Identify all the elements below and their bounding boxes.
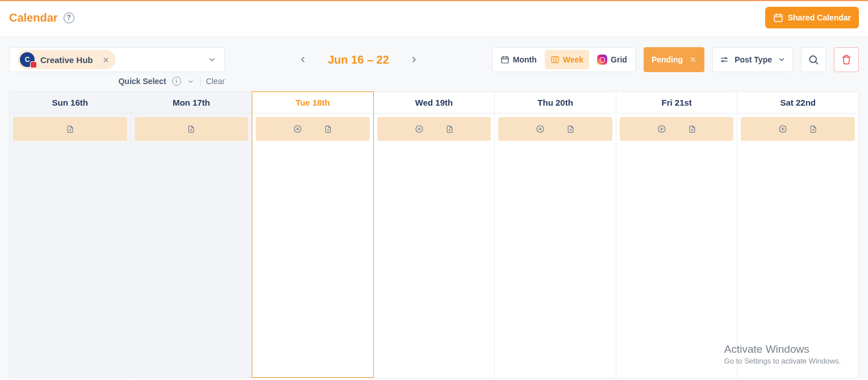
trash-button[interactable] [834,47,859,72]
page-title: Calendar [9,11,58,24]
day-body[interactable] [131,141,252,378]
view-grid-button[interactable]: Grid [591,50,633,69]
week-grid: Sun 16thMon 17thTue 18thWed 19thThu 20th… [9,91,859,378]
search-icon [808,54,819,65]
day-column: Fri 21st [616,92,738,378]
page-header: Calendar ? Shared Calendar [0,1,868,37]
view-grid-label: Grid [611,55,627,64]
calendar-share-icon [773,12,783,23]
toolbar: C Creative Hub Jun 16 – 22 [9,47,859,72]
day-header: Sat 22nd [737,92,858,114]
svg-point-4 [722,60,724,62]
sliders-icon [720,55,729,64]
day-action-bar [498,117,612,141]
day-body[interactable] [495,141,616,378]
day-header: Tue 18th [252,92,373,114]
view-month-label: Month [513,55,537,64]
add-post-button[interactable] [293,124,302,133]
close-icon[interactable] [690,56,696,63]
day-column: Sun 16th [10,92,131,378]
view-month-button[interactable]: Month [495,50,542,69]
add-post-button[interactable] [778,124,787,133]
day-column: Mon 17th [131,92,253,378]
day-column: Thu 20th [495,92,616,378]
workspace-avatar-letter: C [25,56,30,64]
trash-icon [841,55,852,65]
day-header: Sun 16th [10,92,131,114]
post-type-dropdown[interactable]: Post Type [712,47,793,72]
svg-rect-1 [502,57,508,63]
shared-calendar-label: Shared Calendar [788,13,851,22]
post-type-label: Post Type [735,55,772,64]
view-week-button[interactable]: Week [545,50,589,69]
add-note-button[interactable] [445,125,454,133]
day-body[interactable] [616,141,737,378]
add-note-button[interactable] [688,125,696,133]
day-column: Tue 18th [252,91,374,378]
next-week-button[interactable] [406,52,422,68]
day-action-bar [256,117,370,141]
date-range-label: Jun 16 – 22 [328,53,389,66]
quick-select-clear[interactable]: Clear [206,77,225,86]
day-body[interactable] [10,141,131,378]
filter-pending-chip[interactable]: Pending [644,47,704,72]
filter-pending-label: Pending [652,55,683,64]
view-week-label: Week [563,55,583,64]
chevron-down-icon[interactable] [207,55,216,64]
search-button[interactable] [801,47,826,72]
add-note-button[interactable] [324,125,332,133]
day-action-bar [135,117,249,141]
svg-rect-0 [774,15,782,22]
shared-calendar-button[interactable]: Shared Calendar [765,7,859,28]
day-column: Sat 22nd [737,92,858,378]
workspace-selector[interactable]: C Creative Hub [9,47,225,72]
add-note-button[interactable] [66,125,74,133]
prev-week-button[interactable] [295,52,311,68]
calendar-icon [500,55,510,64]
day-body[interactable] [252,141,373,377]
day-header: Fri 21st [616,92,737,114]
day-header: Mon 17th [131,92,252,114]
info-icon[interactable]: i [172,77,181,86]
chevron-down-icon [778,56,786,64]
day-action-bar [377,117,491,141]
add-post-button[interactable] [536,124,545,133]
svg-rect-2 [552,57,558,63]
add-post-button[interactable] [657,124,666,133]
day-header: Thu 20th [495,92,616,114]
columns-icon [550,55,560,64]
add-note-button[interactable] [809,125,817,133]
svg-point-5 [809,56,816,62]
day-header: Wed 19th [374,92,495,114]
svg-point-3 [725,57,727,59]
day-action-bar [620,117,734,141]
workspace-chip: C Creative Hub [18,50,115,69]
view-switch: Month Week Grid [492,47,636,72]
separator [200,77,201,86]
day-action-bar [741,117,855,141]
day-body[interactable] [374,141,495,378]
workspace-avatar: C [20,52,35,67]
day-column: Wed 19th [374,92,495,378]
add-note-button[interactable] [187,125,195,133]
workspace-name: Creative Hub [40,55,93,65]
quick-select-label: Quick Select [118,77,166,86]
add-post-button[interactable] [415,124,424,133]
help-icon[interactable]: ? [64,12,74,23]
quick-select-row: Quick Select i Clear [9,72,859,90]
day-action-bar [13,117,127,141]
add-note-button[interactable] [566,125,575,133]
youtube-badge-icon [30,61,37,68]
workspace-remove-icon[interactable] [102,56,110,64]
instagram-icon [597,55,607,65]
chevron-down-icon[interactable] [187,78,194,85]
day-body[interactable] [737,141,858,378]
